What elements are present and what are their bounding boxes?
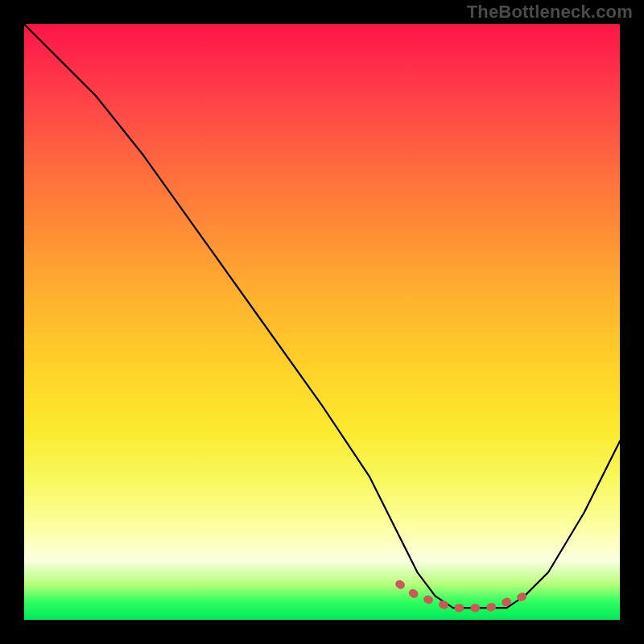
optimal-band-markers (399, 584, 524, 609)
watermark-text: TheBottleneck.com (467, 2, 633, 23)
chart-frame: TheBottleneck.com (0, 0, 644, 644)
bottleneck-curve (24, 24, 620, 608)
curve-svg (24, 24, 620, 620)
plot-area (24, 24, 620, 620)
